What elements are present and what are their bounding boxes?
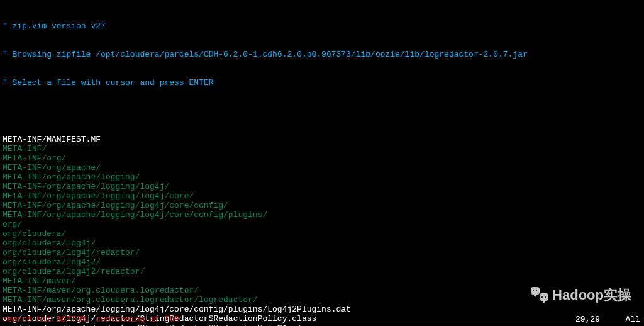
list-item[interactable]: META-INF/org/apache/logging/log4j/core/c… xyxy=(3,201,641,210)
list-item[interactable]: META-INF/org/apache/logging/log4j/core/ xyxy=(3,191,641,201)
vim-header-line: " Select a file with cursor and press EN… xyxy=(3,78,641,87)
vim-cursor-position: 29,29 xyxy=(575,315,600,324)
list-item[interactable]: META-INF/org/apache/logging/log4j/core/c… xyxy=(3,210,641,220)
vim-header-line: " zip.vim version v27 xyxy=(3,21,641,31)
list-item[interactable]: META-INF/org/ xyxy=(3,154,641,163)
list-item[interactable]: META-INF/org/apache/logging/ xyxy=(3,172,641,182)
list-item[interactable]: org/cloudera/log4j2/redactor/ xyxy=(3,267,641,276)
list-item[interactable]: org/cloudera/log4j/ xyxy=(3,239,641,248)
list-item[interactable]: org/cloudera/log4j/redactor/ xyxy=(3,248,641,257)
vim-header-line: " Browsing zipfile /opt/cloudera/parcels… xyxy=(3,50,641,59)
vim-scroll-indicator: All xyxy=(626,315,640,324)
list-item[interactable]: META-INF/maven/ xyxy=(3,276,641,286)
blank-line xyxy=(3,106,641,116)
list-item[interactable]: org/cloudera/ xyxy=(3,229,641,239)
wechat-icon xyxy=(531,287,548,302)
list-item[interactable]: META-INF/org/apache/logging/log4j/core/c… xyxy=(3,305,641,314)
list-item[interactable]: META-INF/org/apache/logging/log4j/ xyxy=(3,182,641,191)
list-item[interactable]: META-INF/MANIFEST.MF xyxy=(3,135,641,144)
watermark-text: Hadoop实操 xyxy=(552,290,631,300)
list-item[interactable]: org/ xyxy=(3,220,641,229)
list-item[interactable]: META-INF/ xyxy=(3,144,641,154)
watermark: Hadoop实操 xyxy=(531,287,631,302)
list-item[interactable]: org/cloudera/log4j2/ xyxy=(3,257,641,267)
vim-status-message: search hit BOTTOM, continuing at TOP xyxy=(3,315,641,324)
terminal-viewport[interactable]: " zip.vim version v27 " Browsing zipfile… xyxy=(0,0,644,326)
list-item[interactable]: META-INF/org/apache/ xyxy=(3,163,641,172)
